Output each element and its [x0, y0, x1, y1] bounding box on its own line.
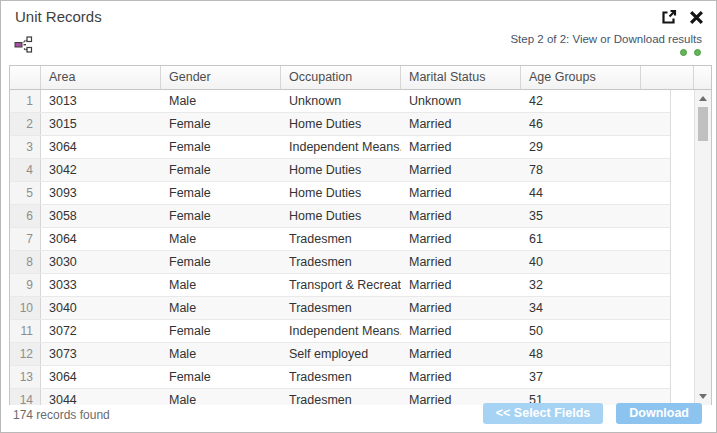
- cell-rownum: 13: [10, 366, 41, 388]
- cell-rownum: 14: [10, 389, 41, 405]
- cell-area: 3064: [41, 136, 161, 158]
- scroll-down-arrow-icon[interactable]: [695, 389, 711, 403]
- cell-occupation: Independent Means...: [281, 320, 401, 342]
- cell-occupation: Transport & Recreat...: [281, 274, 401, 296]
- cell-gender: Male: [161, 228, 281, 250]
- cell-occupation: Tradesmen: [281, 389, 401, 405]
- table-row[interactable]: 73064MaleTradesmenMarried61: [10, 228, 670, 251]
- cell-age-groups: 50: [521, 320, 641, 342]
- step-dot: [680, 49, 687, 56]
- unit-records-dialog: Unit Records Step 2 of 2: View or Downlo…: [0, 0, 717, 433]
- cell-gender: Female: [161, 320, 281, 342]
- table-row[interactable]: 53093FemaleHome DutiesMarried44: [10, 182, 670, 205]
- cell-area: 3042: [41, 159, 161, 181]
- table-row[interactable]: 133064FemaleTradesmenMarried37: [10, 366, 670, 389]
- cell-marital-status: Married: [401, 274, 521, 296]
- table-row[interactable]: 63058FemaleHome DutiesMarried35: [10, 205, 670, 228]
- cell-rownum: 1: [10, 90, 41, 112]
- cell-area: 3015: [41, 113, 161, 135]
- step-dots: [680, 49, 701, 56]
- cell-rownum: 3: [10, 136, 41, 158]
- cell-age-groups: 61: [521, 228, 641, 250]
- footer-buttons: << Select Fields Download: [483, 403, 702, 424]
- table-row[interactable]: 23015FemaleHome DutiesMarried46: [10, 113, 670, 136]
- cell-rownum: 8: [10, 251, 41, 273]
- cell-marital-status: Unknown: [401, 90, 521, 112]
- grid-body: 13013MaleUnknownUnknown4223015FemaleHome…: [10, 90, 711, 405]
- records-found-label: 174 records found: [13, 408, 110, 422]
- cell-gender: Male: [161, 274, 281, 296]
- scroll-up-arrow-icon[interactable]: [695, 92, 711, 106]
- table-row[interactable]: 43042FemaleHome DutiesMarried78: [10, 159, 670, 182]
- cell-rownum: 12: [10, 343, 41, 365]
- cell-occupation: Home Duties: [281, 159, 401, 181]
- cell-marital-status: Married: [401, 113, 521, 135]
- column-header-occupation[interactable]: Occupation: [281, 66, 401, 89]
- cell-gender: Female: [161, 136, 281, 158]
- cell-gender: Male: [161, 297, 281, 319]
- scrollbar-thumb[interactable]: [698, 107, 708, 141]
- cell-marital-status: Married: [401, 366, 521, 388]
- cell-age-groups: 78: [521, 159, 641, 181]
- download-button[interactable]: Download: [616, 403, 702, 424]
- cell-occupation: Tradesmen: [281, 251, 401, 273]
- cell-area: 3013: [41, 90, 161, 112]
- header-scrollbar-spacer: [693, 66, 711, 89]
- table-row[interactable]: 113072FemaleIndependent Means...Married5…: [10, 320, 670, 343]
- column-header-age-groups[interactable]: Age Groups: [521, 66, 641, 89]
- cell-area: 3064: [41, 366, 161, 388]
- cell-marital-status: Married: [401, 228, 521, 250]
- cell-gender: Female: [161, 159, 281, 181]
- column-header-gender[interactable]: Gender: [161, 66, 281, 89]
- cell-marital-status: Married: [401, 205, 521, 227]
- table-row[interactable]: 93033MaleTransport & Recreat...Married32: [10, 274, 670, 297]
- cell-marital-status: Married: [401, 136, 521, 158]
- cell-area: 3072: [41, 320, 161, 342]
- cell-gender: Female: [161, 251, 281, 273]
- cell-occupation: Home Duties: [281, 113, 401, 135]
- cell-age-groups: 42: [521, 90, 641, 112]
- close-icon[interactable]: [689, 10, 704, 25]
- cell-gender: Female: [161, 182, 281, 204]
- cell-area: 3064: [41, 228, 161, 250]
- cell-area: 3033: [41, 274, 161, 296]
- column-header-filler: [641, 66, 693, 89]
- cell-age-groups: 40: [521, 251, 641, 273]
- cell-rownum: 7: [10, 228, 41, 250]
- cell-area: 3040: [41, 297, 161, 319]
- open-in-new-icon[interactable]: [660, 8, 678, 26]
- share-tree-icon[interactable]: [14, 36, 33, 57]
- column-header-area[interactable]: Area: [41, 66, 161, 89]
- cell-age-groups: 32: [521, 274, 641, 296]
- cell-gender: Male: [161, 343, 281, 365]
- table-row[interactable]: 13013MaleUnknownUnknown42: [10, 90, 670, 113]
- table-row[interactable]: 103040MaleTradesmenMarried34: [10, 297, 670, 320]
- cell-age-groups: 37: [521, 366, 641, 388]
- column-header-marital-status[interactable]: Marital Status: [401, 66, 521, 89]
- cell-age-groups: 46: [521, 113, 641, 135]
- grid-header: Area Gender Occupation Marital Status Ag…: [10, 66, 711, 90]
- cell-gender: Male: [161, 90, 281, 112]
- cell-rownum: 11: [10, 320, 41, 342]
- cell-area: 3073: [41, 343, 161, 365]
- cell-area: 3058: [41, 205, 161, 227]
- cell-occupation: Tradesmen: [281, 297, 401, 319]
- table-row[interactable]: 123073MaleSelf employedMarried48: [10, 343, 670, 366]
- cell-occupation: Tradesmen: [281, 228, 401, 250]
- window-controls: [660, 8, 704, 26]
- cell-gender: Male: [161, 389, 281, 405]
- cell-age-groups: 48: [521, 343, 641, 365]
- column-header-rownum: [10, 66, 41, 89]
- cell-age-groups: 29: [521, 136, 641, 158]
- cell-rownum: 6: [10, 205, 41, 227]
- step-indicator: Step 2 of 2: View or Download results: [510, 33, 702, 45]
- cell-age-groups: 35: [521, 205, 641, 227]
- cell-age-groups: 44: [521, 182, 641, 204]
- cell-rownum: 9: [10, 274, 41, 296]
- vertical-scrollbar[interactable]: [694, 90, 711, 405]
- select-fields-button[interactable]: << Select Fields: [483, 403, 604, 424]
- cell-gender: Female: [161, 205, 281, 227]
- table-row[interactable]: 83030FemaleTradesmenMarried40: [10, 251, 670, 274]
- table-row[interactable]: 33064FemaleIndependent Means...Married29: [10, 136, 670, 159]
- cell-rownum: 4: [10, 159, 41, 181]
